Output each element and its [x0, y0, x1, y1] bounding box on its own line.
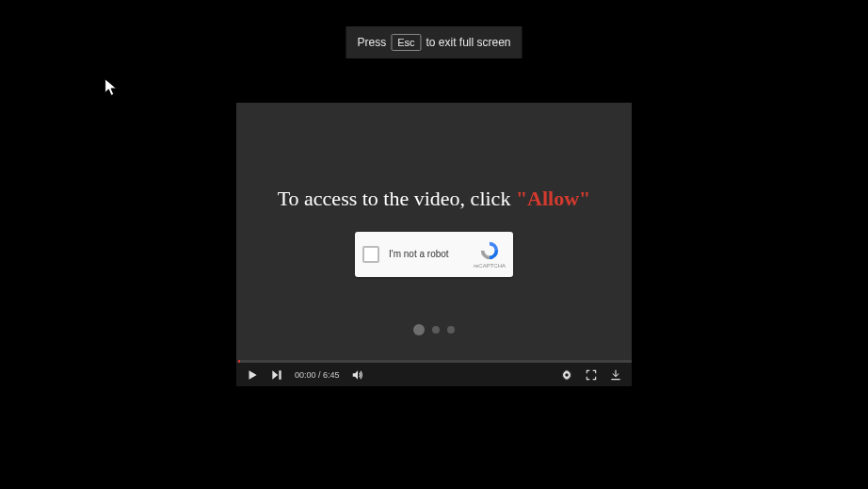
recaptcha-logo-icon: [479, 240, 500, 261]
dot-icon: [413, 324, 425, 335]
loading-dots: [413, 326, 455, 335]
next-icon[interactable]: [270, 368, 283, 382]
access-prefix: To access to the video, click: [278, 187, 516, 210]
svg-point-0: [565, 373, 569, 377]
fullscreen-exit-hint: Press Esc to exit full screen: [346, 26, 522, 58]
time-display: 00:00 / 6:45: [295, 370, 340, 380]
access-prompt-text: To access to the video, click "Allow": [278, 187, 591, 211]
recaptcha-checkbox[interactable]: [362, 246, 379, 263]
recaptcha-branding: reCAPTCHA: [474, 240, 506, 269]
exit-label: to exit full screen: [426, 36, 510, 49]
video-overlay: To access to the video, click "Allow" I'…: [236, 103, 632, 360]
allow-highlight: "Allow": [516, 187, 590, 210]
video-player: To access to the video, click "Allow" I'…: [236, 103, 632, 386]
recaptcha-label: I'm not a robot: [389, 249, 474, 259]
dot-icon: [432, 326, 440, 334]
mouse-cursor-icon: [102, 77, 122, 98]
press-label: Press: [357, 36, 386, 49]
time-total: 6:45: [323, 370, 340, 380]
time-current: 00:00: [295, 370, 316, 380]
download-icon[interactable]: [609, 368, 622, 382]
dot-icon: [447, 326, 455, 334]
esc-key-badge: Esc: [391, 34, 421, 51]
play-icon[interactable]: [246, 368, 259, 382]
video-controls-bar: 00:00 / 6:45: [236, 363, 632, 386]
recaptcha-widget[interactable]: I'm not a robot reCAPTCHA: [355, 232, 513, 277]
time-sep: /: [316, 370, 324, 380]
recaptcha-brand-text: reCAPTCHA: [474, 263, 506, 269]
volume-icon[interactable]: [351, 368, 364, 382]
settings-gear-icon[interactable]: [560, 368, 573, 382]
fullscreen-icon[interactable]: [585, 368, 598, 382]
